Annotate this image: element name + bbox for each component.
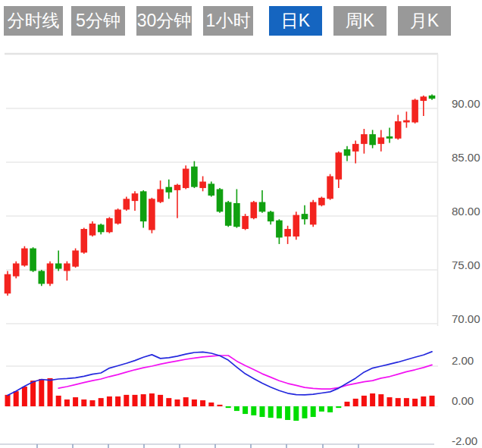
candle-up — [361, 134, 368, 144]
macd-bar-positive — [370, 393, 375, 406]
candle-up — [183, 169, 189, 189]
candle-down — [429, 96, 436, 99]
candle-down — [98, 224, 105, 232]
candle-up — [318, 198, 325, 205]
macd-bar-negative — [319, 406, 324, 412]
tab-5min[interactable]: 5分钟 — [71, 6, 125, 36]
macd-bar-negative — [293, 406, 299, 421]
price-axis-label: 75.00 — [452, 259, 482, 271]
macd-axis-label: -2.00 — [452, 435, 482, 446]
macd-bar-positive — [124, 395, 129, 406]
macd-bar-positive — [430, 396, 435, 406]
candle-down — [387, 136, 393, 139]
macd-bar-positive — [99, 398, 104, 406]
tab-daily-k[interactable]: 日K — [269, 6, 322, 36]
dea-line — [58, 356, 432, 389]
macd-bar-negative — [277, 406, 282, 418]
price-axis-label: 80.00 — [452, 205, 482, 217]
candle-down — [191, 167, 198, 187]
macd-bar-positive — [115, 396, 121, 406]
candle-down — [217, 190, 224, 212]
macd-bar-positive — [387, 397, 393, 406]
macd-bar-negative — [327, 406, 333, 412]
macd-bar-positive — [353, 399, 358, 406]
candle-up — [89, 224, 96, 236]
macd-bar-negative — [285, 406, 290, 420]
tab-30min[interactable]: 30分钟 — [136, 6, 192, 36]
macd-bar-negative — [302, 406, 308, 418]
candle-down — [39, 271, 45, 284]
candle-up — [310, 202, 317, 225]
candle-up — [72, 250, 79, 266]
macd-bar-positive — [166, 398, 171, 406]
macd-histogram — [5, 378, 435, 421]
macd-bar-positive — [149, 393, 155, 406]
macd-bar-positive — [141, 394, 146, 406]
candle-up — [124, 199, 130, 209]
macd-bar-positive — [218, 405, 223, 406]
tab-1hour[interactable]: 1小时 — [203, 6, 253, 36]
macd-bar-positive — [30, 381, 36, 406]
candle-down — [233, 203, 240, 227]
macd-bar-positive — [378, 394, 383, 406]
candle-up — [293, 215, 300, 237]
candle-up — [378, 137, 385, 144]
kline-chart: 90.0085.0080.0075.0070.00 2.000.00-2.00 — [0, 0, 482, 448]
candle-up — [64, 263, 70, 271]
macd-bar-positive — [200, 400, 205, 406]
period-tabbar: 分时线 5分钟 30分钟 1小时 日K 周K 月K — [0, 0, 482, 45]
macd-bar-negative — [243, 406, 248, 414]
macd-bar-negative — [251, 406, 256, 415]
candle-up — [395, 121, 402, 139]
macd-bar-positive — [39, 379, 44, 406]
candle-down — [276, 221, 283, 238]
candle-down — [369, 134, 376, 145]
candle-up — [352, 144, 359, 152]
macd-bar-positive — [158, 395, 163, 406]
macd-bar-positive — [73, 397, 78, 406]
candle-down — [166, 187, 173, 193]
candle-down — [225, 202, 232, 226]
candle-up — [149, 199, 155, 230]
macd-bar-negative — [226, 406, 231, 408]
candle-up — [199, 182, 206, 189]
macd-bar-positive — [14, 391, 19, 406]
macd-bar-positive — [404, 398, 409, 406]
tab-time-sharing[interactable]: 分时线 — [4, 6, 63, 36]
candle-up — [403, 121, 410, 123]
macd-bar-positive — [396, 398, 401, 406]
candle-down — [140, 191, 147, 221]
price-axis-label: 70.00 — [452, 313, 482, 324]
candle-down — [30, 249, 36, 271]
candle-up — [242, 216, 249, 229]
macd-bar-positive — [362, 396, 367, 406]
candle-down — [302, 214, 308, 219]
macd-bar-positive — [64, 399, 70, 406]
candle-up — [132, 193, 139, 201]
macd-bar-positive — [81, 399, 86, 406]
candle-up — [284, 229, 291, 237]
candle-up — [327, 176, 333, 199]
dif-line — [8, 352, 432, 396]
candle-up — [421, 96, 427, 101]
macd-bar-positive — [107, 396, 112, 406]
macd-bar-positive — [22, 387, 27, 406]
candle-down — [259, 202, 266, 212]
tab-monthly-k[interactable]: 月K — [398, 6, 451, 36]
candle-up — [47, 263, 54, 284]
macd-axis-label: 0.00 — [452, 395, 482, 406]
candle-up — [81, 229, 88, 252]
macd-bar-positive — [183, 397, 189, 406]
candle-up — [106, 218, 113, 232]
tab-weekly-k[interactable]: 周K — [333, 6, 387, 36]
chart-canvas — [0, 0, 482, 448]
macd-bar-negative — [336, 406, 341, 408]
candle-up — [21, 249, 28, 266]
candle-up — [5, 274, 11, 294]
macd-bar-positive — [90, 400, 95, 406]
macd-bar-positive — [421, 396, 426, 406]
price-axis-label: 85.00 — [452, 152, 482, 163]
candle-up — [13, 263, 20, 276]
macd-bar-negative — [234, 406, 239, 411]
macd-bar-positive — [5, 395, 11, 406]
